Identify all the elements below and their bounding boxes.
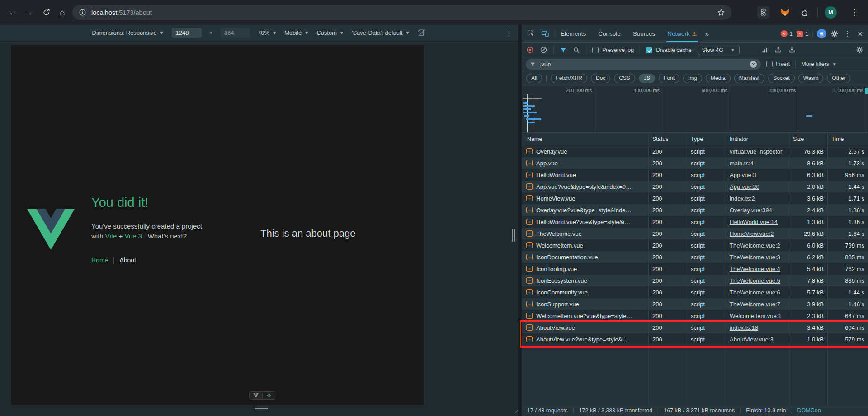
network-request-row[interactable]: ‹›Overlay.vue200scriptvirtual:vue-inspec… bbox=[522, 145, 868, 157]
zoom-select[interactable]: 70%▼ bbox=[258, 29, 277, 36]
metamask-extension-icon[interactable] bbox=[779, 6, 791, 19]
address-bar[interactable]: localhost:5173/about bbox=[72, 5, 731, 20]
filter-chip-manifest[interactable]: Manifest bbox=[734, 74, 764, 83]
throttling-select[interactable]: Slow 4G▼ bbox=[698, 45, 740, 55]
filter-icon[interactable] bbox=[560, 47, 567, 54]
column-header-status[interactable]: Status bbox=[648, 136, 687, 142]
network-request-row[interactable]: ‹›TheWelcome.vue200scriptHomeView.vue:22… bbox=[522, 228, 868, 239]
column-header-name[interactable]: Name bbox=[522, 136, 648, 142]
network-request-row[interactable]: ‹›HelloWorld.vue?vue&type=style&i…200scr… bbox=[522, 216, 868, 228]
close-devtools-icon[interactable]: × bbox=[856, 29, 864, 39]
viewport-resize-handle-right[interactable] bbox=[512, 229, 515, 242]
invert-checkbox[interactable] bbox=[766, 61, 773, 67]
initiator-link[interactable]: TheWelcome.vue:6 bbox=[730, 289, 780, 296]
network-settings-gear-icon[interactable] bbox=[856, 46, 863, 54]
export-har-icon[interactable] bbox=[788, 46, 796, 54]
tab-network[interactable]: Network⚠ bbox=[667, 25, 697, 42]
network-request-row[interactable]: ‹›IconTooling.vue200scriptTheWelcome.vue… bbox=[522, 263, 868, 275]
network-request-row[interactable]: ‹›AboutView.vue200scriptindex.ts:183.4 k… bbox=[522, 322, 868, 333]
vue3-link[interactable]: Vue 3 bbox=[125, 232, 142, 240]
network-request-row[interactable]: ‹›App.vue200scriptmain.ts:48.6 kB1.73 s bbox=[522, 157, 868, 169]
settings-gear-icon[interactable] bbox=[830, 30, 839, 38]
network-request-row[interactable]: ‹›Overlay.vue?vue&type=style&inde…200scr… bbox=[522, 204, 868, 216]
preserve-log-checkbox[interactable] bbox=[592, 47, 599, 53]
devtools-menu-icon[interactable]: ⋮ bbox=[843, 29, 852, 38]
initiator-link[interactable]: Overlay.vue:394 bbox=[730, 207, 772, 214]
initiator-link[interactable]: HomeView.vue:2 bbox=[730, 230, 774, 237]
invert-label[interactable]: Invert bbox=[776, 61, 790, 67]
vue-devtools-toggle[interactable] bbox=[250, 392, 262, 399]
import-har-icon[interactable] bbox=[774, 46, 782, 54]
network-request-row[interactable]: ‹›App.vue?vue&type=style&index=0…200scri… bbox=[522, 181, 868, 192]
network-request-row[interactable]: ‹›IconCommunity.vue200scriptTheWelcome.v… bbox=[522, 286, 868, 298]
filter-chip-other[interactable]: Other bbox=[827, 74, 850, 83]
viewport-resize-handle-bottom[interactable] bbox=[255, 408, 268, 411]
device-toolbar-toggle-icon[interactable] bbox=[541, 30, 549, 38]
network-request-row[interactable]: ‹›AboutView.vue?vue&type=style&i…200scri… bbox=[522, 333, 868, 345]
network-request-row[interactable]: ‹›HelloWorld.vue200scriptApp.vue:36.3 kB… bbox=[522, 169, 868, 181]
extensions-puzzle-icon[interactable] bbox=[799, 6, 811, 19]
initiator-link[interactable]: index.ts:18 bbox=[730, 324, 758, 331]
filter-chip-css[interactable]: CSS bbox=[614, 74, 635, 83]
initiator-link[interactable]: main.ts:4 bbox=[730, 160, 754, 167]
home-icon[interactable]: ⌂ bbox=[54, 0, 71, 25]
react-devtools-extension-icon[interactable] bbox=[757, 6, 769, 19]
devtools-extension-icon[interactable] bbox=[817, 29, 826, 38]
filter-chip-all[interactable]: All bbox=[526, 74, 542, 83]
initiator-link[interactable]: TheWelcome.vue:7 bbox=[730, 301, 780, 308]
save-data-select[interactable]: 'Save-Data': default▼ bbox=[352, 29, 410, 36]
device-type-select[interactable]: Mobile▼ bbox=[284, 29, 309, 36]
browser-menu-icon[interactable]: ⋮ bbox=[846, 0, 863, 25]
network-request-row[interactable]: ‹›WelcomeItem.vue?vue&type=style…200scri… bbox=[522, 310, 868, 322]
vue-inspector-toggle[interactable] bbox=[262, 392, 275, 399]
column-header-initiator[interactable]: Initiator bbox=[726, 136, 789, 142]
clear-filter-icon[interactable]: ✕ bbox=[750, 61, 757, 68]
filter-chip-doc[interactable]: Doc bbox=[591, 74, 610, 83]
network-conditions-icon[interactable] bbox=[761, 47, 769, 54]
vite-link[interactable]: Vite bbox=[105, 232, 117, 240]
initiator-link[interactable]: HelloWorld.vue:14 bbox=[730, 219, 778, 225]
initiator-link[interactable]: TheWelcome.vue:2 bbox=[730, 242, 780, 249]
initiator-link[interactable]: App.vue:3 bbox=[730, 172, 756, 178]
column-header-time[interactable]: Time bbox=[827, 136, 868, 142]
height-input[interactable]: 864 bbox=[220, 28, 250, 38]
tab-sources[interactable]: Sources bbox=[633, 25, 656, 42]
nav-about-link[interactable]: About bbox=[113, 257, 136, 264]
throttle-select[interactable]: Custom▼ bbox=[316, 29, 344, 36]
reload-icon[interactable] bbox=[38, 0, 54, 25]
initiator-link[interactable]: TheWelcome.vue:3 bbox=[730, 254, 780, 261]
initiator-link[interactable]: App.vue:20 bbox=[730, 183, 760, 190]
filter-chip-media[interactable]: Media bbox=[706, 74, 731, 83]
inspect-element-icon[interactable] bbox=[527, 30, 535, 37]
initiator-link[interactable]: index.ts:2 bbox=[730, 195, 755, 202]
filter-chip-wasm[interactable]: Wasm bbox=[798, 74, 824, 83]
forward-icon[interactable]: → bbox=[21, 0, 37, 25]
nav-home-link[interactable]: Home bbox=[91, 257, 113, 264]
initiator-link[interactable]: TheWelcome.vue:4 bbox=[730, 266, 780, 272]
column-header-size[interactable]: Size bbox=[789, 136, 827, 142]
console-errors-badge[interactable]: × bbox=[781, 30, 788, 37]
network-request-row[interactable]: ‹›IconSupport.vue200scriptTheWelcome.vue… bbox=[522, 298, 868, 310]
filter-chip-font[interactable]: Font bbox=[659, 74, 679, 83]
vue-devtools-overlay[interactable] bbox=[249, 391, 275, 400]
back-icon[interactable]: ← bbox=[5, 0, 21, 25]
column-header-type[interactable]: Type bbox=[687, 136, 726, 142]
filter-chip-socket[interactable]: Socket bbox=[768, 74, 795, 83]
devtools-resize-gutter[interactable] bbox=[518, 25, 522, 416]
profile-avatar[interactable]: M bbox=[825, 6, 837, 19]
site-info-icon[interactable] bbox=[79, 9, 86, 16]
device-toolbar-menu-icon[interactable]: ⋮ bbox=[505, 25, 513, 41]
disable-cache-checkbox[interactable] bbox=[646, 47, 652, 53]
record-network-log-icon[interactable] bbox=[526, 46, 534, 54]
issues-badge[interactable]: × bbox=[797, 31, 803, 37]
filter-input[interactable]: .vue ✕ bbox=[526, 59, 761, 70]
network-request-row[interactable]: ‹›IconDocumentation.vue200scriptTheWelco… bbox=[522, 251, 868, 263]
more-tabs-icon[interactable]: » bbox=[705, 30, 709, 37]
preserve-log-label[interactable]: Preserve log bbox=[602, 47, 634, 53]
rotate-device-icon[interactable] bbox=[417, 28, 426, 37]
network-request-row[interactable]: ‹›WelcomeItem.vue200scriptTheWelcome.vue… bbox=[522, 239, 868, 251]
network-overview-timeline[interactable]: 200,000 ms400,000 ms600,000 ms800,000 ms… bbox=[522, 85, 868, 133]
bookmark-star-icon[interactable] bbox=[717, 9, 725, 17]
disable-cache-label[interactable]: Disable cache bbox=[656, 47, 692, 53]
clear-network-log-icon[interactable] bbox=[540, 46, 547, 54]
